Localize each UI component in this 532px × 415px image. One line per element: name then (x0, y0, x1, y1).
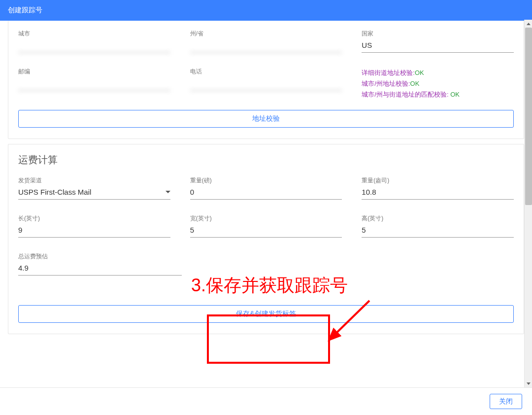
estimate-input[interactable] (18, 262, 182, 276)
validation-row-2: 城市/州地址校验:OK (362, 78, 514, 89)
width-label: 宽(英寸) (190, 214, 342, 223)
postal-field: 邮编 (18, 68, 170, 100)
validation-status-2: OK (410, 80, 420, 87)
address-row-1: 城市 州/省 国家 (18, 30, 514, 53)
state-input[interactable] (190, 39, 342, 53)
shipping-row-2: 长(英寸) 宽(英寸) 高(英寸) (18, 214, 514, 238)
weight-lb-label: 重量(磅) (190, 176, 342, 185)
scrollbar[interactable] (524, 20, 532, 387)
city-field: 城市 (18, 30, 170, 53)
postal-input[interactable] (18, 77, 170, 91)
validation-status-1: OK (415, 69, 424, 76)
validation-row-3: 城市/州与街道地址的匹配校验: OK (362, 89, 514, 100)
validation-label-2: 城市/州地址校验: (362, 80, 410, 87)
height-label: 高(英寸) (362, 214, 514, 223)
weight-lb-field: 重量(磅) (190, 176, 342, 200)
validate-address-button[interactable]: 地址校验 (18, 110, 514, 128)
address-section: 城市 州/省 国家 邮编 电话 (8, 21, 524, 139)
shipping-section-title: 运费计算 (18, 153, 514, 167)
modal-title: 创建跟踪号 (8, 6, 42, 14)
phone-field: 电话 (190, 68, 342, 100)
channel-field: 发货渠道 USPS First-Class Mail (18, 176, 170, 200)
phone-label: 电话 (190, 68, 342, 76)
city-label: 城市 (18, 30, 170, 38)
scroll-down-icon[interactable] (525, 380, 532, 387)
postal-label: 邮编 (18, 68, 170, 76)
estimate-label: 总运费预估 (18, 252, 182, 261)
validation-status-3: OK (449, 91, 460, 98)
country-label: 国家 (362, 30, 514, 38)
length-field: 长(英寸) (18, 214, 170, 238)
validation-label-1: 详细街道地址校验: (362, 69, 415, 76)
validation-label-3: 城市/州与街道地址的匹配校验: (362, 91, 448, 98)
shipping-row-3: 总运费预估 (18, 252, 514, 276)
weight-oz-label: 重量(盎司) (362, 176, 514, 185)
weight-oz-field: 重量(盎司) (362, 176, 514, 200)
width-input[interactable] (190, 224, 342, 238)
length-input[interactable] (18, 224, 170, 238)
state-label: 州/省 (190, 30, 342, 38)
width-field: 宽(英寸) (190, 214, 342, 238)
channel-label: 发货渠道 (18, 176, 170, 185)
modal-header: 创建跟踪号 (0, 0, 532, 21)
modal-body[interactable]: 城市 州/省 国家 邮编 电话 (0, 21, 532, 387)
channel-select[interactable]: USPS First-Class Mail (18, 186, 170, 200)
modal-footer: 关闭 (0, 387, 532, 415)
validation-column: 详细街道地址校验:OK 城市/州地址校验:OK 城市/州与街道地址的匹配校验: … (362, 68, 514, 100)
address-row-2: 邮编 电话 详细街道地址校验:OK 城市/州地址校验:OK 城市/州与街道地址的… (18, 68, 514, 100)
shipping-section: 运费计算 发货渠道 USPS First-Class Mail 重量(磅) 重量… (8, 144, 524, 334)
city-input[interactable] (18, 39, 170, 53)
validation-row-1: 详细街道地址校验:OK (362, 68, 514, 78)
weight-oz-input[interactable] (362, 186, 514, 200)
modal-container: 创建跟踪号 城市 州/省 国家 邮编 (0, 0, 532, 415)
shipping-row-1: 发货渠道 USPS First-Class Mail 重量(磅) 重量(盎司) (18, 176, 514, 200)
state-field: 州/省 (190, 30, 342, 53)
estimate-field: 总运费预估 (18, 252, 182, 276)
save-create-label-button[interactable]: 保存&创建发货标签 (18, 305, 514, 323)
channel-value: USPS First-Class Mail (18, 188, 91, 196)
phone-input[interactable] (190, 77, 342, 91)
chevron-down-icon (166, 191, 170, 193)
height-field: 高(英寸) (362, 214, 514, 238)
country-field: 国家 (362, 30, 514, 53)
scroll-up-icon[interactable] (525, 20, 532, 28)
scrollbar-thumb[interactable] (525, 28, 532, 205)
close-button[interactable]: 关闭 (490, 394, 522, 409)
weight-lb-input[interactable] (190, 186, 342, 200)
length-label: 长(英寸) (18, 214, 170, 223)
height-input[interactable] (362, 224, 514, 238)
country-input[interactable] (362, 39, 514, 53)
